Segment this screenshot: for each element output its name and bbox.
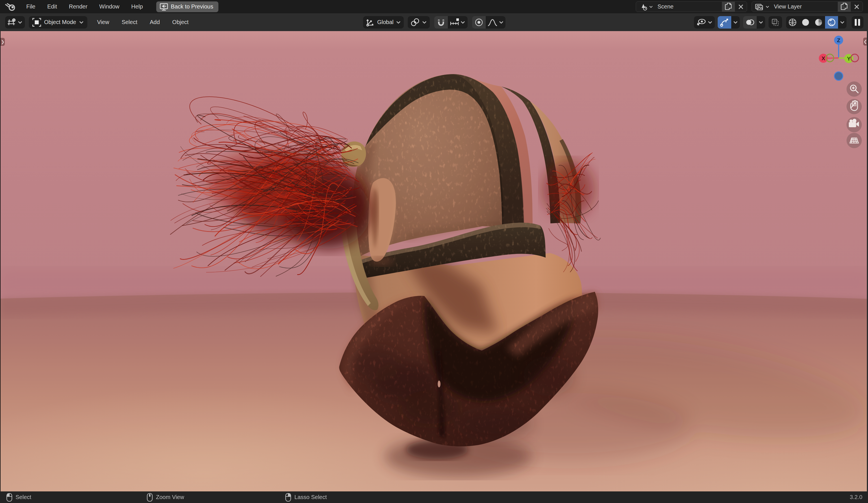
svg-text:Z: Z: [837, 37, 840, 43]
svg-text:X: X: [822, 56, 825, 61]
svg-text:Y: Y: [847, 56, 851, 62]
